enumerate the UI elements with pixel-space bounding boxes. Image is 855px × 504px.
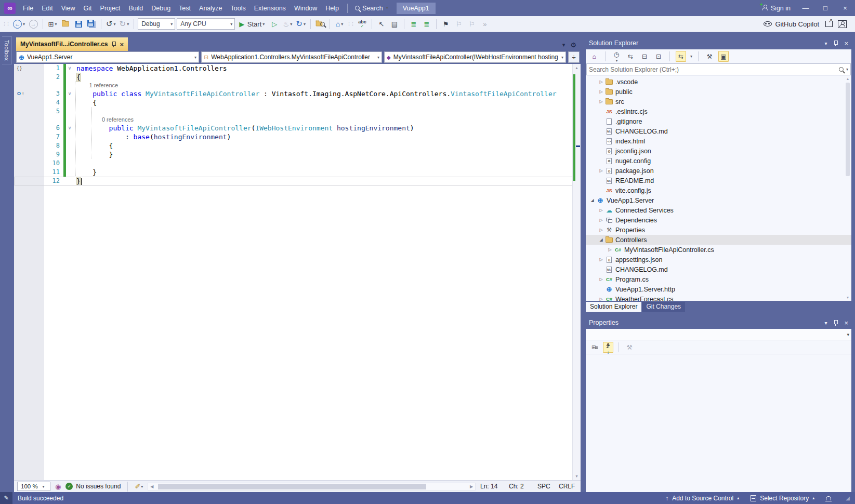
live-share-icon[interactable] — [825, 21, 833, 27]
tree-collapsed-arrow-icon[interactable]: ▷ — [598, 257, 604, 262]
close-panel-icon[interactable]: × — [844, 39, 848, 47]
member-dropdown[interactable]: ◆ MyVintasoftFileApiController(IWebHostE… — [384, 51, 566, 63]
code-cleanup-button[interactable]: ✐▾ — [135, 483, 143, 490]
pin-panel-icon[interactable] — [833, 41, 838, 46]
tree-collapsed-arrow-icon[interactable]: ▷ — [598, 208, 604, 213]
tree-item-readme-md[interactable]: M↓README.md — [586, 176, 851, 185]
save-all-button[interactable] — [86, 18, 97, 30]
code-line-11[interactable]: 11} — [14, 168, 581, 177]
project-badge[interactable]: VueApp1 — [397, 3, 436, 14]
toolbar-overflow-button[interactable]: » — [479, 18, 491, 30]
sync-with-active-document-button[interactable]: ⇆ — [676, 51, 686, 62]
tree-item-changelog-md[interactable]: M↓CHANGELOG.md — [586, 264, 851, 274]
scroll-down-icon[interactable]: ▾ — [573, 472, 581, 480]
tree-item--eslintrc-cjs[interactable]: JS.eslintrc.cjs — [586, 107, 851, 116]
tree-item--gitignore[interactable]: .gitignore — [586, 116, 851, 126]
new-project-button[interactable]: ⊞▾ — [47, 18, 58, 30]
minimize-button[interactable]: — — [796, 0, 815, 16]
configuration-combo[interactable]: Debug▾ — [138, 18, 175, 30]
tab-list-chevron-icon[interactable]: ▾ — [562, 42, 565, 48]
properties-menu-icon[interactable]: ▾ — [824, 320, 827, 326]
pending-changes-filter-button[interactable]: ◷▾ — [611, 51, 622, 62]
editor-gear-icon[interactable]: ⚙ — [570, 41, 576, 49]
sign-in-button[interactable]: + Sign in — [757, 5, 796, 12]
hscroll-right-icon[interactable]: ▶ — [468, 484, 475, 489]
code-line-6[interactable]: 6∨public MyVintasoftFileApiController(IW… — [14, 124, 581, 132]
tree-item-controllers[interactable]: ◢Controllers — [586, 235, 851, 245]
menu-git[interactable]: Git — [80, 2, 96, 15]
toggle-bookmark-button[interactable]: ⚑ — [440, 18, 452, 30]
tree-collapsed-arrow-icon[interactable]: ▷ — [598, 79, 604, 84]
tree-item--vscode[interactable]: ▷.vscode — [586, 77, 851, 87]
tree-item-src[interactable]: ▷src — [586, 97, 851, 107]
close-button[interactable]: × — [835, 0, 855, 16]
toolbar-drag-handle[interactable]: ⋮⋮ — [2, 21, 9, 26]
sync-dropdown-icon[interactable]: ▾ — [690, 54, 692, 59]
menu-debug[interactable]: Debug — [147, 2, 175, 15]
tree-item-changelog-md[interactable]: M↓CHANGELOG.md — [586, 126, 851, 136]
project-dropdown[interactable]: ⊕ VueApp1.Server ▾ — [16, 51, 199, 63]
code-line-3[interactable]: O↑3∨public class MyVintasoftFileApiContr… — [14, 89, 581, 98]
open-file-button[interactable] — [60, 18, 71, 30]
tree-scrollbar[interactable]: ▴ ▾ — [844, 75, 851, 301]
hscroll-thumb[interactable] — [158, 484, 426, 489]
search-input[interactable] — [589, 66, 837, 73]
navigate-backward-button[interactable]: ←▾ — [12, 18, 26, 30]
tree-scroll-down-icon[interactable]: ▾ — [847, 295, 849, 300]
restart-button[interactable]: ↻▾ — [295, 18, 307, 30]
tree-scroll-thumb[interactable] — [846, 83, 850, 176]
properties-object-combo[interactable]: ▾ — [586, 329, 851, 340]
platform-combo[interactable]: Any CPU▾ — [177, 18, 235, 30]
close-tab-icon[interactable]: × — [120, 41, 124, 48]
codelens-indicator[interactable]: 0 references — [14, 116, 581, 124]
tree-item-vueapp1-server[interactable]: ◢⊕VueApp1.Server — [586, 195, 851, 205]
next-bookmark-button[interactable]: ⚐ — [466, 18, 478, 30]
type-dropdown[interactable]: ⊡ WebApplication1.Controllers.MyVintasof… — [201, 51, 382, 63]
tree-collapsed-arrow-icon[interactable]: ▷ — [598, 99, 604, 104]
show-all-files-button[interactable]: ⊡ — [653, 51, 664, 62]
pin-tab-icon[interactable] — [111, 42, 116, 47]
search-options-icon[interactable]: ▾ — [846, 67, 848, 72]
collapse-all-button[interactable]: ⊟ — [639, 51, 650, 62]
increase-indent-button[interactable]: ≣ — [421, 18, 432, 30]
decrease-indent-button[interactable]: ≣ — [408, 18, 419, 30]
start-without-debug-button[interactable]: ▷ — [269, 18, 280, 30]
switch-views-button[interactable]: ⌂ — [589, 51, 599, 62]
tree-item-public[interactable]: ▷public — [586, 87, 851, 97]
menu-extensions[interactable]: Extensions — [250, 2, 290, 15]
tree-collapsed-arrow-icon[interactable]: ▷ — [598, 297, 604, 301]
editor-horizontal-scrollbar[interactable]: ◀ ▶ — [148, 483, 476, 490]
tree-item-package-json[interactable]: ▷{}package.json — [586, 166, 851, 176]
tree-collapsed-arrow-icon[interactable]: ▷ — [598, 228, 604, 232]
menu-analyze[interactable]: Analyze — [195, 2, 226, 15]
maximize-button[interactable]: □ — [815, 0, 835, 16]
tree-scroll-up-icon[interactable]: ▴ — [847, 76, 849, 81]
tool-tab-git-changes[interactable]: Git Changes — [642, 302, 685, 312]
menu-project[interactable]: Project — [96, 2, 125, 15]
menu-edit[interactable]: Edit — [37, 2, 57, 15]
preview-selected-items-button[interactable]: ▣ — [718, 51, 729, 62]
properties-header[interactable]: Properties ▾ × — [586, 316, 851, 329]
tree-item-connected-services[interactable]: ▷☁Connected Services — [586, 205, 851, 215]
menu-tools[interactable]: Tools — [227, 2, 250, 15]
select-repository-button[interactable]: Select Repository ▴ — [751, 495, 814, 502]
tree-item-nuget-config[interactable]: ⚙nuget.config — [586, 156, 851, 166]
properties-button[interactable]: ⚒ — [704, 51, 715, 62]
menu-test[interactable]: Test — [175, 2, 195, 15]
code-line-12[interactable]: 12} — [14, 177, 581, 185]
fold-chevron-icon[interactable]: ∨ — [66, 89, 73, 98]
categorized-button[interactable]: ⊞≡ — [589, 342, 600, 353]
window-menu-icon[interactable]: ▾ — [824, 41, 827, 46]
tree-item-program-cs[interactable]: ▷C#Program.cs — [586, 274, 851, 284]
scroll-up-icon[interactable]: ▴ — [573, 64, 581, 72]
send-feedback-button[interactable] — [838, 20, 847, 28]
tool-tab-solution-explorer[interactable]: Solution Explorer — [586, 302, 641, 312]
redo-button[interactable]: ↻▾ — [119, 18, 130, 30]
save-button[interactable] — [73, 18, 84, 30]
menu-build[interactable]: Build — [124, 2, 147, 15]
navigate-home-button[interactable]: ⌂▾ — [334, 18, 345, 30]
tree-item-vite-config-js[interactable]: JSvite.config.js — [586, 185, 851, 195]
code-line-4[interactable]: 4{ — [14, 98, 581, 107]
code-line-1[interactable]: { }1∨namespace WebApplication1.Controlle… — [14, 64, 581, 73]
inheritance-arrow-icon[interactable]: O — [17, 89, 21, 98]
